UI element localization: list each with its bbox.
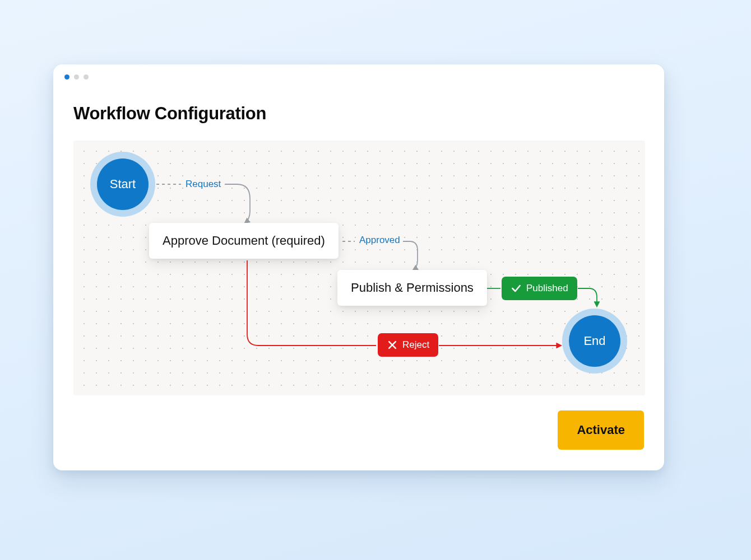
window-dot-active[interactable] — [64, 74, 69, 80]
window-dot[interactable] — [84, 74, 89, 80]
workflow-edges — [73, 141, 645, 395]
task-approve-document[interactable]: Approve Document (required) — [149, 223, 339, 259]
page-title: Workflow Configuration — [73, 104, 266, 124]
status-published-label: Published — [526, 283, 568, 294]
window-dot[interactable] — [74, 74, 79, 80]
edge-label-request: Request — [183, 179, 223, 190]
edge-label-approved: Approved — [357, 235, 402, 246]
end-node-label: End — [569, 315, 620, 367]
activate-button[interactable]: Activate — [558, 410, 644, 450]
status-published[interactable]: Published — [502, 277, 577, 300]
app-window: Workflow Configuration — [53, 64, 664, 470]
close-icon — [387, 339, 398, 351]
window-controls — [64, 74, 89, 80]
status-reject-label: Reject — [402, 339, 429, 351]
status-reject[interactable]: Reject — [378, 333, 438, 357]
task-publish-permissions[interactable]: Publish & Permissions — [337, 270, 487, 306]
start-node-label: Start — [97, 158, 149, 210]
start-node[interactable]: Start — [90, 152, 155, 217]
end-node[interactable]: End — [562, 309, 627, 374]
check-icon — [511, 283, 522, 294]
workflow-canvas[interactable]: Start Request Approve Document (required… — [73, 141, 645, 395]
